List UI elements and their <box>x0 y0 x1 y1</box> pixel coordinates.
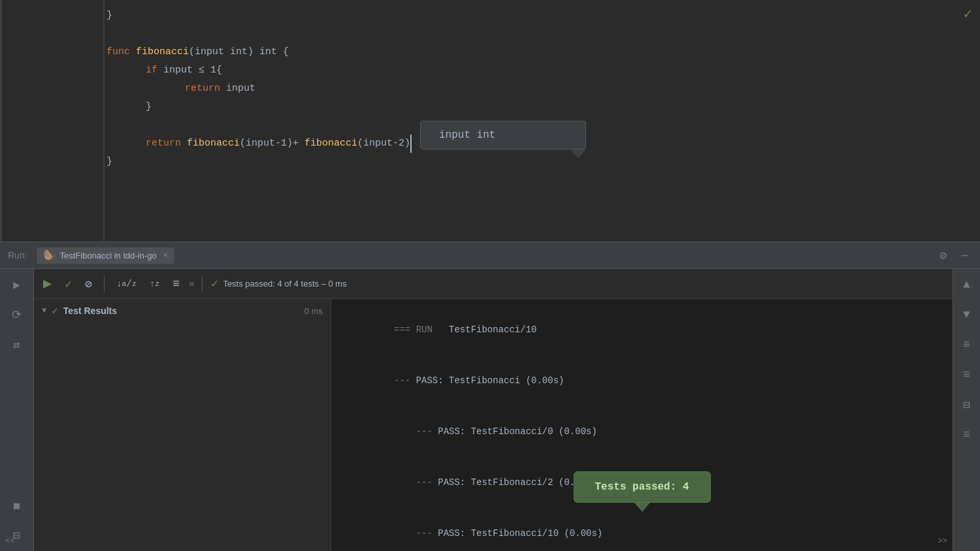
panel-content: ▶ ✓ ⊘ ↓a/z ↑z ≡ » ✓ Tests passed: 4 of 4… <box>34 269 953 551</box>
code-punct-4: (input-2 <box>357 134 404 153</box>
code-punct-3: (input-1)+ <box>240 134 304 153</box>
tree-arrow-icon: ▼ <box>42 306 46 315</box>
play-sidebar-icon[interactable]: ▶ <box>7 274 27 295</box>
code-line-close1: } <box>106 98 980 116</box>
code-return-val: input <box>226 80 255 98</box>
code-return-type: int <box>259 43 277 61</box>
console-line-2: --- PASS: TestFibonacci (0.00s) <box>331 355 953 406</box>
toast-arrow <box>634 503 650 512</box>
run-bar: Run: 🦫 TestFibonacci in tdd-in-go × ⚙ — <box>0 242 980 269</box>
code-keyword-return1: return <box>185 80 226 98</box>
test-result-row[interactable]: ▼ ✓ Test Results 0 ms <box>34 299 331 323</box>
code-fn-call2: fibonacci <box>304 134 357 153</box>
code-punct: ( <box>189 43 195 61</box>
status-text-label: Tests passed: 4 of 4 tests – 0 ms <box>223 279 346 289</box>
run-label: Run: <box>8 250 27 260</box>
scroll-up-icon[interactable]: ▲ <box>956 274 977 295</box>
split-panel: ▼ ✓ Test Results 0 ms === RUN TestFibona… <box>34 299 953 551</box>
code-fn-name: fibonacci <box>136 43 189 61</box>
code-token: } <box>106 7 112 25</box>
code-line-blank1 <box>106 25 980 43</box>
align-button[interactable]: ≡ <box>169 275 184 293</box>
right-sidebar: ▲ ▼ ≡ ≡ ⊟ ≡ <box>953 269 980 551</box>
console-panel: === RUN TestFibonacci/10 --- PASS: TestF… <box>331 299 953 551</box>
code-keyword-func: func <box>106 43 136 61</box>
code-line-return-input: return input <box>106 80 980 98</box>
code-brace-2: } <box>146 98 152 116</box>
code-brace-3: } <box>106 153 112 171</box>
console-line-1: === RUN TestFibonacci/10 <box>331 304 953 355</box>
collapse-left-icon[interactable]: << <box>5 537 14 546</box>
list-icon-1[interactable]: ≡ <box>956 334 977 355</box>
tooltip: input int <box>420 121 586 159</box>
code-punct-2: ) <box>248 43 259 61</box>
status-bar: ✓ Tests passed: 4 of 4 tests – 0 ms <box>210 277 346 290</box>
code-keyword-return2: return <box>146 134 187 153</box>
gear-icon[interactable]: ⚙ <box>936 248 951 262</box>
code-if-condition: input ≤ 1{ <box>163 61 222 80</box>
code-keyword-if: if <box>146 61 163 80</box>
rerun-sidebar-icon[interactable]: ⇄ <box>7 334 27 355</box>
separator-2 <box>202 276 203 292</box>
tab-close-button[interactable]: × <box>163 251 168 260</box>
test-results-label: Test Results <box>63 306 117 316</box>
status-check-icon: ✓ <box>210 277 219 290</box>
console-line-5: --- PASS: TestFibonacci/10 (0.00s) <box>331 508 953 551</box>
tab-emoji: 🦫 <box>43 249 56 262</box>
code-line-1: } <box>106 7 980 25</box>
code-param: input <box>195 43 230 61</box>
run-tab[interactable]: 🦫 TestFibonacci in tdd-in-go × <box>37 247 174 264</box>
tooltip-text: input int <box>439 129 495 141</box>
console-line-3: --- PASS: TestFibonacci/0 (0.00s) <box>331 406 953 457</box>
toast: Tests passed: 4 <box>573 471 710 512</box>
expand-right-icon[interactable]: >> <box>938 537 947 546</box>
tooltip-box: input int <box>420 121 586 150</box>
list-icon-3[interactable]: ≡ <box>956 424 977 445</box>
code-open-brace: { <box>277 43 289 61</box>
tooltip-arrow <box>570 150 586 159</box>
more-button[interactable]: » <box>189 279 194 289</box>
code-line-func: func fibonacci ( input int ) int { <box>106 43 980 61</box>
minimize-icon[interactable]: — <box>957 249 972 262</box>
code-line-if: if input ≤ 1{ <box>106 61 980 80</box>
code-type-int1: int <box>230 43 248 61</box>
test-results-panel: ▼ ✓ Test Results 0 ms <box>34 299 331 551</box>
separator-1 <box>104 276 105 292</box>
stop-sidebar-icon[interactable]: ◼ <box>7 495 27 516</box>
play-button[interactable]: ▶ <box>39 272 56 295</box>
scroll-down-icon[interactable]: ▼ <box>956 304 977 325</box>
check-button[interactable]: ✓ <box>61 274 76 294</box>
bottom-panel: ▶ ⟳ ⇄ ◼ ⊟ << ▶ ✓ ⊘ ↓a/z ↑z ≡ » ✓ Tests p… <box>0 269 980 551</box>
refresh-sidebar-icon[interactable]: ⟳ <box>7 304 27 325</box>
code-cursor: ) <box>404 134 412 153</box>
sort-az-button[interactable]: ↓a/z <box>112 276 140 292</box>
test-pass-icon: ✓ <box>52 304 58 317</box>
code-fn-call1: fibonacci <box>187 134 240 153</box>
toast-box: Tests passed: 4 <box>573 471 710 503</box>
editor-area: ✓ } func fibonacci ( input int ) int { i… <box>0 0 980 242</box>
sort-za-button[interactable]: ↑z <box>146 276 163 292</box>
toolbar-row: ▶ ✓ ⊘ ↓a/z ↑z ≡ » ✓ Tests passed: 4 of 4… <box>34 269 953 299</box>
tab-name: TestFibonacci in tdd-in-go <box>60 251 157 260</box>
print-icon[interactable]: ⊟ <box>956 394 977 415</box>
list-icon-2[interactable]: ≡ <box>956 364 977 385</box>
test-time: 0 ms <box>304 306 323 316</box>
stop-button[interactable]: ⊘ <box>81 274 96 294</box>
left-sidebar: ▶ ⟳ ⇄ ◼ ⊟ << <box>0 269 34 551</box>
